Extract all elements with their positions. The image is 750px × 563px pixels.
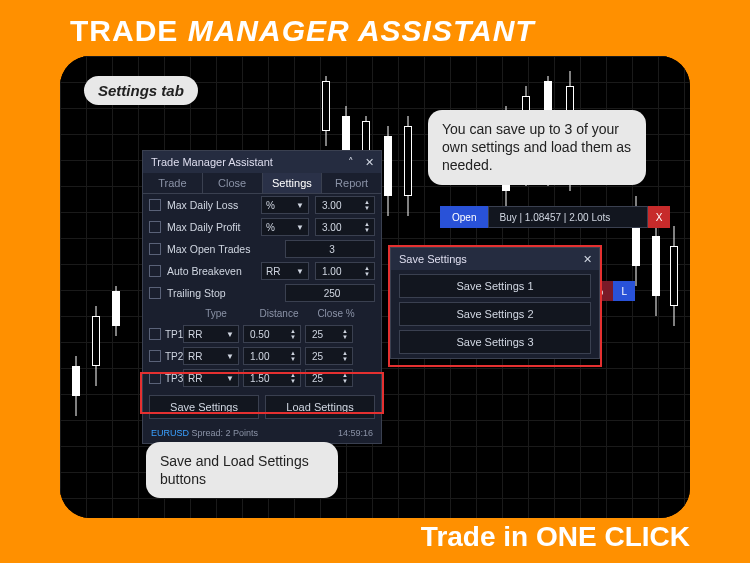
save-settings-3-button[interactable]: Save Settings 3 bbox=[399, 330, 591, 354]
footer-symbol: EURUSD bbox=[151, 428, 189, 438]
save-settings-popup: Save Settings ✕ Save Settings 1 Save Set… bbox=[390, 247, 600, 359]
position-l[interactable]: L bbox=[613, 281, 635, 301]
close-icon[interactable]: ✕ bbox=[579, 251, 595, 267]
save-settings-button[interactable]: Save Settings bbox=[149, 395, 259, 419]
auto-be-label: Auto Breakeven bbox=[167, 265, 255, 277]
collapse-icon[interactable]: ˄ bbox=[343, 154, 359, 170]
row-max-daily-loss: Max Daily Loss %▼ 3.00▲▼ bbox=[143, 194, 381, 216]
trailing-value[interactable]: 250 bbox=[285, 284, 375, 302]
spinner[interactable]: ▲▼ bbox=[340, 328, 350, 340]
auto-be-value[interactable]: 1.00▲▼ bbox=[315, 262, 375, 280]
max-profit-value[interactable]: 3.00▲▼ bbox=[315, 218, 375, 236]
tp-header: Type Distance Close % bbox=[143, 304, 381, 323]
auto-be-unit-select[interactable]: RR▼ bbox=[261, 262, 309, 280]
max-loss-unit-select[interactable]: %▼ bbox=[261, 196, 309, 214]
spinner[interactable]: ▲▼ bbox=[288, 350, 298, 362]
tp1-checkbox[interactable] bbox=[149, 328, 161, 340]
open-button[interactable]: Open bbox=[440, 206, 488, 228]
save-settings-2-button[interactable]: Save Settings 2 bbox=[399, 302, 591, 326]
auto-be-checkbox[interactable] bbox=[149, 265, 161, 277]
spinner[interactable]: ▲▼ bbox=[362, 221, 372, 233]
open-info: Buy | 1.08457 | 2.00 Lots bbox=[488, 206, 648, 228]
open-trade-bar: Open Buy | 1.08457 | 2.00 Lots X bbox=[440, 206, 670, 228]
tp1-close[interactable]: 25▲▼ bbox=[305, 325, 353, 343]
max-profit-checkbox[interactable] bbox=[149, 221, 161, 233]
spinner[interactable]: ▲▼ bbox=[362, 199, 372, 211]
callout-save-info: You can save up to 3 of your own setting… bbox=[428, 110, 646, 185]
chevron-down-icon: ▼ bbox=[226, 374, 234, 383]
panel-titlebar: Trade Manager Assistant ˄ ✕ bbox=[143, 151, 381, 173]
tp1-dist[interactable]: 0.50▲▼ bbox=[243, 325, 301, 343]
tp-hdr-close: Close % bbox=[311, 308, 361, 319]
chevron-down-icon: ▼ bbox=[296, 223, 304, 232]
trailing-label: Trailing Stop bbox=[167, 287, 279, 299]
spinner[interactable]: ▲▼ bbox=[362, 265, 372, 277]
page-title: TRADE MANAGER ASSISTANT bbox=[70, 14, 535, 48]
close-icon[interactable]: ✕ bbox=[361, 154, 377, 170]
tp-row-1: TP1 RR▼ 0.50▲▼ 25▲▼ bbox=[143, 323, 381, 345]
row-trailing-stop: Trailing Stop 250 bbox=[143, 282, 381, 304]
max-loss-checkbox[interactable] bbox=[149, 199, 161, 211]
max-loss-value[interactable]: 3.00▲▼ bbox=[315, 196, 375, 214]
tp-hdr-type: Type bbox=[185, 308, 247, 319]
max-profit-unit-select[interactable]: %▼ bbox=[261, 218, 309, 236]
tp3-dist[interactable]: 1.50▲▼ bbox=[243, 369, 301, 387]
chart-frame: Open Buy | 1.08457 | 2.00 Lots X 0.0 $ |… bbox=[60, 56, 690, 518]
row-max-open-trades: Max Open Trades 3 bbox=[143, 238, 381, 260]
tp1-type-select[interactable]: RR▼ bbox=[183, 325, 239, 343]
tp-row-3: TP3 RR▼ 1.50▲▼ 25▲▼ bbox=[143, 367, 381, 389]
popup-titlebar: Save Settings ✕ bbox=[391, 248, 599, 270]
callout-buttons: Save and Load Settings buttons bbox=[146, 442, 338, 498]
max-trades-checkbox[interactable] bbox=[149, 243, 161, 255]
chevron-down-icon: ▼ bbox=[296, 201, 304, 210]
tp-row-2: TP2 RR▼ 1.00▲▼ 25▲▼ bbox=[143, 345, 381, 367]
page-subtitle: Trade in ONE CLICK bbox=[421, 521, 690, 553]
tp2-type-select[interactable]: RR▼ bbox=[183, 347, 239, 365]
footer-time: 14:59:16 bbox=[338, 428, 373, 438]
spinner[interactable]: ▲▼ bbox=[340, 350, 350, 362]
open-close-button[interactable]: X bbox=[648, 206, 670, 228]
spinner[interactable]: ▲▼ bbox=[288, 328, 298, 340]
popup-title-text: Save Settings bbox=[399, 253, 467, 265]
chevron-down-icon: ▼ bbox=[296, 267, 304, 276]
tab-report[interactable]: Report bbox=[322, 173, 381, 193]
spinner[interactable]: ▲▼ bbox=[288, 372, 298, 384]
row-auto-breakeven: Auto Breakeven RR▼ 1.00▲▼ bbox=[143, 260, 381, 282]
max-profit-label: Max Daily Profit bbox=[167, 221, 255, 233]
tab-trade[interactable]: Trade bbox=[143, 173, 203, 193]
title-a: TRADE bbox=[70, 14, 188, 47]
tab-close[interactable]: Close bbox=[203, 173, 263, 193]
tp3-close[interactable]: 25▲▼ bbox=[305, 369, 353, 387]
tp2-dist[interactable]: 1.00▲▼ bbox=[243, 347, 301, 365]
save-settings-1-button[interactable]: Save Settings 1 bbox=[399, 274, 591, 298]
max-trades-label: Max Open Trades bbox=[167, 243, 279, 255]
tp2-close[interactable]: 25▲▼ bbox=[305, 347, 353, 365]
title-b: MANAGER ASSISTANT bbox=[188, 14, 535, 47]
settings-tab-badge: Settings tab bbox=[84, 76, 198, 105]
chevron-down-icon: ▼ bbox=[226, 330, 234, 339]
panel-footer: EURUSD Spread: 2 Points 14:59:16 bbox=[143, 425, 381, 443]
row-max-daily-profit: Max Daily Profit %▼ 3.00▲▼ bbox=[143, 216, 381, 238]
tp3-type-select[interactable]: RR▼ bbox=[183, 369, 239, 387]
spinner[interactable]: ▲▼ bbox=[340, 372, 350, 384]
sub-b: ONE CLICK bbox=[536, 521, 690, 552]
max-trades-value[interactable]: 3 bbox=[285, 240, 375, 258]
footer-spread: Spread: 2 Points bbox=[192, 428, 259, 438]
trailing-checkbox[interactable] bbox=[149, 287, 161, 299]
sub-a: Trade in bbox=[421, 521, 536, 552]
tp1-label: TP1 bbox=[165, 329, 183, 340]
chevron-down-icon: ▼ bbox=[226, 352, 234, 361]
max-loss-label: Max Daily Loss bbox=[167, 199, 255, 211]
load-settings-button[interactable]: Load Settings bbox=[265, 395, 375, 419]
tabs: Trade Close Settings Report bbox=[143, 173, 381, 194]
panel-title-text: Trade Manager Assistant bbox=[151, 156, 273, 168]
settings-button-row: Save Settings Load Settings bbox=[143, 389, 381, 425]
tp3-checkbox[interactable] bbox=[149, 372, 161, 384]
tp3-label: TP3 bbox=[165, 373, 183, 384]
tp2-label: TP2 bbox=[165, 351, 183, 362]
tp2-checkbox[interactable] bbox=[149, 350, 161, 362]
settings-panel: Trade Manager Assistant ˄ ✕ Trade Close … bbox=[142, 150, 382, 444]
tp-hdr-dist: Distance bbox=[247, 308, 311, 319]
tab-settings[interactable]: Settings bbox=[263, 173, 323, 193]
